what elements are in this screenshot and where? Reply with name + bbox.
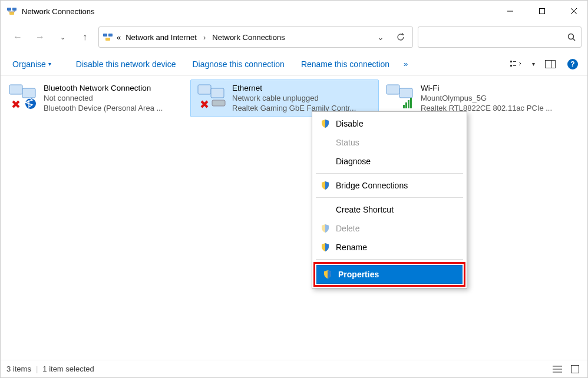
rename-connection-button[interactable]: Rename this connection [294, 56, 397, 72]
minimize-button[interactable] [497, 1, 524, 22]
close-button[interactable] [560, 1, 587, 22]
svg-rect-4 [540, 9, 545, 14]
highlight-box: Properties [313, 262, 465, 287]
network-connections-icon [6, 6, 17, 16]
wifi-adapter-icon [385, 84, 415, 110]
statusbar: 3 items | 1 item selected [1, 360, 587, 377]
svg-rect-8 [108, 34, 113, 37]
view-options-button[interactable] [506, 55, 526, 73]
ctx-disable[interactable]: Disable [315, 114, 464, 133]
breadcrumb-network-connections[interactable]: Network Connections [211, 31, 286, 44]
large-icons-view-button[interactable] [569, 363, 582, 376]
up-button[interactable]: ↑ [76, 28, 94, 46]
ctx-properties-label: Properties [338, 270, 379, 279]
address-bar[interactable]: « Network and Internet › Network Connect… [98, 26, 413, 48]
svg-rect-0 [7, 8, 11, 11]
svg-rect-9 [105, 38, 110, 41]
svg-rect-15 [513, 65, 516, 66]
ctx-status-label: Status [336, 138, 359, 147]
svg-rect-19 [22, 88, 35, 98]
svg-rect-21 [198, 85, 211, 94]
address-dropdown-button[interactable]: ⌄ [372, 29, 389, 45]
window-title: Network Connections [22, 7, 95, 16]
recent-locations-button[interactable]: ⌄ [54, 28, 71, 46]
svg-point-20 [25, 98, 36, 109]
disable-device-button[interactable]: Disable this network device [69, 56, 183, 72]
ctx-create-shortcut[interactable]: Create Shortcut [315, 200, 464, 219]
ctx-rename-label: Rename [336, 243, 367, 252]
svg-rect-28 [408, 100, 409, 108]
ctx-disable-label: Disable [336, 119, 364, 128]
connection-name: Wi-Fi [421, 84, 552, 92]
shield-icon [321, 181, 330, 190]
context-menu: Disable Status Diagnose Bridge Connectio… [312, 111, 467, 289]
back-button[interactable]: ← [9, 28, 27, 46]
diagnose-connection-button[interactable]: Diagnose this connection [185, 56, 291, 72]
search-icon [567, 32, 576, 42]
titlebar: Network Connections [1, 1, 587, 22]
ctx-diagnose-label: Diagnose [336, 157, 371, 166]
svg-rect-23 [212, 100, 225, 106]
toolbar: Organise ▾ Disable this network device D… [1, 52, 587, 76]
chevron-right-icon[interactable]: › [201, 33, 207, 42]
svg-rect-22 [211, 88, 224, 98]
ctx-delete-label: Delete [336, 224, 359, 233]
connection-status: MountOlympus_5G [421, 94, 552, 102]
svg-rect-14 [510, 65, 512, 67]
help-icon: ? [567, 59, 578, 69]
svg-rect-26 [403, 105, 405, 108]
svg-rect-27 [405, 102, 407, 108]
connection-status: Network cable unplugged [232, 94, 356, 102]
status-selected-count: 1 item selected [42, 364, 94, 373]
shield-icon [321, 119, 330, 128]
ctx-shortcut-label: Create Shortcut [336, 205, 394, 214]
svg-rect-2 [9, 12, 14, 15]
shield-icon [323, 270, 332, 279]
svg-rect-29 [410, 98, 412, 108]
connection-name: Bluetooth Network Connection [44, 84, 163, 92]
svg-rect-24 [387, 85, 399, 94]
caret-down-icon: ▾ [48, 61, 51, 67]
bluetooth-adapter-icon [8, 84, 38, 110]
ctx-diagnose[interactable]: Diagnose [315, 152, 464, 171]
svg-rect-33 [572, 365, 579, 373]
details-view-button[interactable] [551, 363, 564, 376]
navigation-row: ← → ⌄ ↑ « Network and Internet › Network… [1, 22, 587, 52]
connection-device: Bluetooth Device (Personal Area ... [44, 104, 163, 112]
shield-icon [321, 243, 330, 252]
toolbar-overflow-button[interactable]: » [399, 56, 412, 72]
svg-rect-16 [546, 60, 556, 68]
help-button-wrap[interactable]: ? [563, 59, 583, 69]
organise-label: Organise [12, 59, 46, 69]
ctx-properties[interactable]: Properties [316, 265, 463, 284]
ctx-separator [316, 259, 463, 260]
ctx-delete: Delete [315, 219, 464, 238]
ethernet-adapter-icon [197, 84, 226, 110]
view-dropdown-button[interactable]: ▾ [528, 55, 538, 73]
svg-rect-7 [103, 34, 107, 37]
breadcrumb-prefix: « [117, 33, 121, 42]
svg-rect-12 [510, 61, 512, 62]
svg-rect-1 [12, 8, 16, 11]
ctx-rename[interactable]: Rename [315, 238, 464, 257]
forward-button[interactable]: → [31, 28, 49, 46]
svg-rect-25 [399, 88, 412, 98]
ctx-status: Status [315, 133, 464, 152]
preview-pane-button[interactable] [540, 55, 560, 73]
connection-name: Ethernet [232, 84, 356, 92]
address-icon [103, 32, 113, 42]
breadcrumb-network-and-internet[interactable]: Network and Internet [124, 31, 198, 44]
svg-rect-18 [9, 85, 22, 94]
connection-status: Not connected [44, 94, 163, 102]
maximize-button[interactable] [528, 1, 556, 22]
organise-button[interactable]: Organise ▾ [5, 56, 58, 72]
content-area: Bluetooth Network Connection Not connect… [1, 76, 587, 359]
search-box[interactable] [418, 26, 582, 48]
status-divider: | [36, 364, 38, 373]
svg-rect-13 [513, 61, 516, 62]
refresh-button[interactable] [392, 29, 409, 45]
ctx-separator [316, 173, 463, 174]
svg-point-10 [569, 34, 574, 39]
connection-bluetooth[interactable]: Bluetooth Network Connection Not connect… [2, 79, 190, 117]
ctx-bridge[interactable]: Bridge Connections [315, 176, 464, 195]
